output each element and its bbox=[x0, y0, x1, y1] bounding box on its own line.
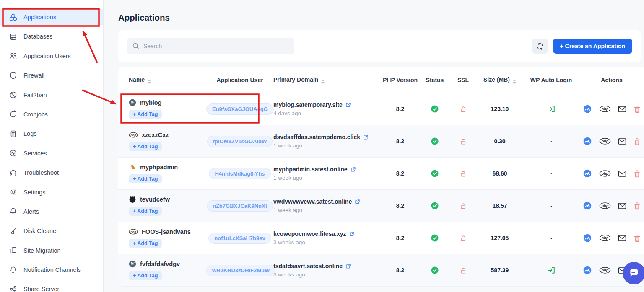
primary-domain-link[interactable]: kcowepocmwoe.litesa.xyz bbox=[273, 230, 380, 237]
sidebar-item-fail2ban[interactable]: Fail2ban bbox=[0, 87, 103, 103]
sidebar-item-label: Alerts bbox=[23, 208, 39, 215]
primary-domain-link[interactable]: dsvdsaffdas.satempdemo.click bbox=[273, 134, 380, 140]
application-user-pill[interactable]: fplOMxZV1sGOAldW bbox=[207, 136, 273, 147]
php-action-icon[interactable] bbox=[599, 266, 611, 274]
php-action-icon[interactable] bbox=[599, 137, 611, 145]
cron-arrow-icon bbox=[9, 110, 17, 118]
delete-action-icon[interactable] bbox=[634, 170, 641, 178]
delete-action-icon[interactable] bbox=[634, 234, 641, 242]
php-action-icon[interactable] bbox=[599, 202, 611, 210]
email-action-icon[interactable] bbox=[618, 106, 626, 113]
application-user-pill[interactable]: nof1uLcXSaH7b9ev bbox=[208, 233, 271, 244]
sidebar-item-label: Fail2ban bbox=[23, 92, 47, 98]
dashboard-gauge-icon[interactable] bbox=[583, 104, 592, 114]
refresh-button[interactable] bbox=[532, 39, 548, 54]
dashboard-gauge-icon[interactable] bbox=[583, 137, 592, 146]
sidebar-item-label: Troubleshoot bbox=[23, 169, 59, 176]
primary-domain-link[interactable]: vwdvwvwvewv.satest.online bbox=[273, 198, 380, 205]
sidebar-item-applications[interactable]: Applications bbox=[0, 9, 103, 25]
delete-action-icon[interactable] bbox=[634, 105, 641, 113]
add-tag-button[interactable]: + Add Tag bbox=[129, 142, 162, 151]
main-content: Applications + Create an Application Nam… bbox=[104, 0, 644, 292]
app-name: fvfdsfdsfvdgv bbox=[140, 261, 180, 267]
column-header-php-version: PHP Version bbox=[380, 77, 420, 83]
add-tag-button[interactable]: + Add Tag bbox=[129, 110, 162, 119]
applications-icon bbox=[9, 13, 17, 21]
sidebar-item-application-users[interactable]: Application Users bbox=[0, 48, 103, 64]
wp-auto-login-value: - bbox=[523, 202, 579, 209]
add-tag-button[interactable]: + Add Tag bbox=[129, 207, 162, 216]
ssl-unlocked-icon bbox=[460, 170, 467, 177]
sidebar-item-site-migration[interactable]: Site Migration bbox=[0, 243, 103, 258]
dashboard-gauge-icon[interactable] bbox=[583, 233, 592, 243]
status-active-icon bbox=[431, 234, 439, 242]
application-user-pill[interactable]: wH2KHD3zDHIF2MuW bbox=[206, 265, 275, 276]
sidebar-item-label: Site Migration bbox=[23, 247, 61, 254]
column-header-name[interactable]: Name bbox=[118, 76, 206, 84]
primary-domain-link[interactable]: fsdafdsavrf.satest.online bbox=[273, 263, 380, 269]
column-header-primary-domain[interactable]: Primary Domain bbox=[273, 76, 380, 84]
create-application-button[interactable]: + Create an Application bbox=[553, 39, 632, 54]
email-action-icon[interactable] bbox=[618, 235, 626, 242]
sidebar-item-alerts[interactable]: Alerts bbox=[0, 204, 103, 220]
sidebar-item-settings[interactable]: Settings bbox=[0, 184, 103, 200]
status-active-icon bbox=[431, 266, 439, 274]
ssl-unlocked-icon bbox=[460, 202, 467, 209]
search-input[interactable] bbox=[143, 43, 289, 49]
status-active-icon bbox=[431, 137, 439, 145]
sidebar-item-disk-cleaner[interactable]: Disk Cleaner bbox=[0, 223, 103, 239]
document-icon bbox=[9, 130, 17, 138]
users-icon bbox=[9, 52, 17, 60]
share-icon bbox=[9, 285, 17, 292]
sidebar-item-label: Settings bbox=[23, 189, 45, 196]
headset-icon bbox=[9, 169, 17, 177]
refresh-icon bbox=[536, 42, 544, 50]
sidebar: Applications Databases Application Users… bbox=[0, 0, 104, 292]
application-user-pill[interactable]: nZb7GBXJCaK9NnXt bbox=[207, 200, 273, 212]
external-link-icon bbox=[363, 134, 369, 140]
database-icon bbox=[9, 33, 17, 41]
wp-auto-login-icon[interactable] bbox=[547, 266, 556, 274]
primary-domain-link[interactable]: myphpadmin.satest.online bbox=[273, 166, 380, 173]
application-user-pill[interactable]: H4nhlsMdkag8iYhs bbox=[209, 168, 270, 179]
sidebar-item-services[interactable]: Services bbox=[0, 145, 103, 161]
wordpress-icon bbox=[129, 260, 136, 268]
dashboard-gauge-icon[interactable] bbox=[583, 201, 592, 210]
add-tag-button[interactable]: + Add Tag bbox=[129, 239, 162, 248]
wp-auto-login-icon[interactable] bbox=[547, 105, 556, 113]
email-action-icon[interactable] bbox=[618, 138, 626, 145]
sidebar-item-label: Services bbox=[23, 150, 47, 157]
sidebar-item-logs[interactable]: Logs bbox=[0, 126, 103, 142]
sidebar-item-share-server[interactable]: Share Server bbox=[0, 281, 103, 292]
add-tag-button[interactable]: + Add Tag bbox=[129, 271, 162, 280]
sidebar-item-label: Application Users bbox=[23, 53, 71, 59]
ssl-unlocked-icon bbox=[460, 267, 467, 274]
application-user-pill[interactable]: Eu9fsGXaGJOUAeqG bbox=[206, 103, 274, 115]
primary-domain-link[interactable]: myblog.satemporary.site bbox=[273, 101, 380, 108]
email-action-icon[interactable] bbox=[618, 202, 626, 209]
php-version-value: 8.2 bbox=[380, 235, 420, 241]
sidebar-item-notification-channels[interactable]: Notification Channels bbox=[0, 262, 103, 278]
add-tag-button[interactable]: + Add Tag bbox=[129, 174, 162, 183]
github-icon bbox=[129, 196, 136, 203]
domain-age: 3 weeks ago bbox=[273, 239, 380, 245]
sidebar-item-databases[interactable]: Databases bbox=[0, 28, 103, 44]
sidebar-item-label: Cronjobs bbox=[23, 111, 48, 118]
php-action-icon[interactable] bbox=[599, 169, 611, 178]
domain-age: 1 week ago bbox=[273, 175, 380, 181]
dashboard-gauge-icon[interactable] bbox=[583, 266, 592, 275]
sidebar-item-cronjobs[interactable]: Cronjobs bbox=[0, 106, 103, 122]
sidebar-item-label: Logs bbox=[23, 130, 36, 137]
column-header-status: Status bbox=[420, 77, 449, 83]
sidebar-item-troubleshoot[interactable]: Troubleshoot bbox=[0, 165, 103, 181]
email-action-icon[interactable] bbox=[618, 170, 626, 177]
sidebar-item-firewall[interactable]: Firewall bbox=[0, 67, 103, 83]
column-header-size[interactable]: Size (MB) bbox=[477, 76, 523, 84]
php-action-icon[interactable] bbox=[599, 234, 611, 242]
chat-button[interactable] bbox=[623, 262, 644, 284]
dashboard-gauge-icon[interactable] bbox=[583, 169, 592, 178]
delete-action-icon[interactable] bbox=[634, 202, 641, 210]
php-action-icon[interactable] bbox=[599, 105, 611, 113]
app-name: tevudcefw bbox=[140, 196, 170, 203]
delete-action-icon[interactable] bbox=[634, 137, 641, 145]
